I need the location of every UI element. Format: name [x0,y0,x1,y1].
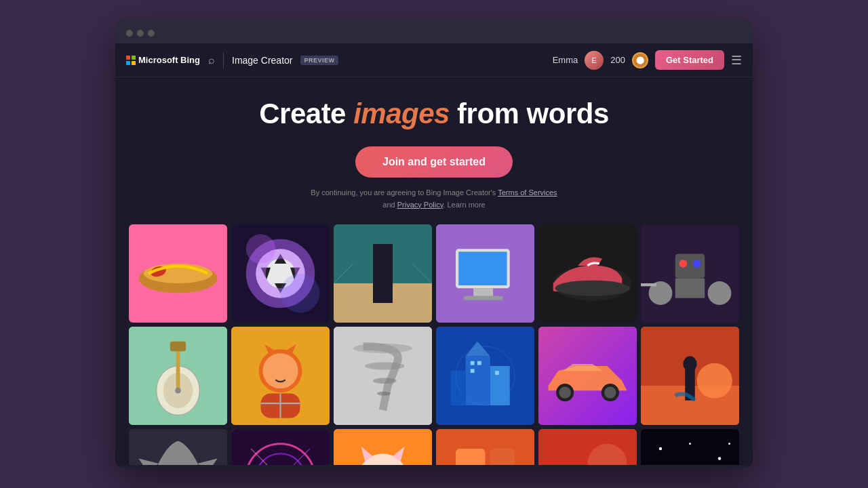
svg-point-27 [679,260,688,268]
user-name: Emma [553,55,578,65]
gallery-item-cat[interactable] [334,429,432,465]
svg-point-118 [689,443,691,445]
nav-separator [223,52,224,68]
browser-dot-2 [137,30,144,37]
brand-name: Microsoft Bing [138,55,200,65]
svg-point-38 [175,388,181,394]
svg-point-28 [693,260,701,268]
svg-rect-79 [231,429,330,465]
svg-point-69 [604,387,616,399]
gallery-item-shiba[interactable] [231,327,330,425]
svg-rect-61 [477,361,481,365]
title-part2: from words [450,98,609,129]
svg-point-54 [377,392,391,396]
join-button[interactable]: Join and get started [355,146,513,178]
svg-rect-20 [464,296,503,300]
svg-point-74 [683,357,696,372]
gallery-item-monolith[interactable] [334,224,432,323]
svg-point-41 [262,353,298,388]
terms-line1: By continuing, you are agreeing to Bing … [311,188,498,197]
gallery-item-city[interactable] [436,327,534,425]
navbar: Microsoft Bing ⌕ Image Creator PREVIEW E… [115,43,753,77]
coin-icon: ⬤ [632,52,648,68]
svg-point-10 [281,274,320,313]
svg-rect-19 [473,288,493,296]
browser-chrome [115,20,753,43]
browser-dot-1 [126,30,133,37]
svg-rect-13 [373,244,393,303]
svg-rect-60 [471,361,475,365]
svg-rect-102 [490,449,515,465]
terms-text: By continuing, you are agreeing to Bing … [129,187,739,211]
microsoft-icon [126,56,136,65]
hero-title: Create images from words [129,98,739,130]
svg-rect-57 [490,366,510,405]
privacy-policy-link[interactable]: Privacy Policy [397,201,443,209]
svg-point-24 [555,281,630,296]
get-started-button[interactable]: Get Started [655,50,724,70]
coins-count: 200 [610,55,625,65]
gallery-item-sneaker[interactable] [538,224,637,323]
search-icon[interactable]: ⌕ [208,54,215,66]
gallery-item-boxes[interactable] [436,429,534,465]
svg-point-52 [365,362,404,370]
svg-point-119 [718,458,721,460]
svg-rect-37 [170,342,186,352]
svg-rect-32 [641,283,656,286]
terms-of-service-link[interactable]: Terms of Services [498,188,557,197]
gallery [129,224,739,465]
gallery-item-helmet[interactable] [129,429,227,465]
svg-rect-101 [456,449,486,465]
gallery-item-robot[interactable] [641,224,739,323]
gallery-item-mars-robot[interactable] [538,429,637,465]
svg-rect-26 [675,254,705,279]
gallery-item-guitar[interactable] [129,327,227,425]
gallery-item-tornado[interactable] [334,327,432,425]
gallery-item-hotdog[interactable] [129,224,227,323]
gallery-item-neon[interactable] [231,429,330,465]
bing-logo[interactable]: Microsoft Bing [126,55,200,65]
svg-point-67 [559,387,570,399]
main-content: Create images from words Join and get st… [115,77,753,465]
gallery-item-desert-person[interactable] [641,327,739,425]
title-part1: Create [259,98,353,129]
browser-dot-3 [148,30,155,37]
terms-line2: and [382,201,397,209]
terms-line3: . Learn more [443,201,485,209]
svg-point-51 [353,344,412,354]
svg-point-31 [708,281,732,305]
title-highlight: images [353,98,450,129]
svg-point-72 [697,363,732,399]
gallery-item-computer[interactable] [436,224,534,323]
section-label: Image Creator [232,55,292,66]
nav-right: Emma E 200 ⬤ Get Started ☰ [553,50,742,70]
svg-point-53 [373,378,397,384]
svg-point-117 [659,447,662,450]
avatar: E [585,51,604,70]
svg-rect-63 [495,371,499,375]
gallery-item-soccer[interactable] [231,224,330,323]
preview-badge: PREVIEW [300,56,338,65]
gallery-item-space[interactable] [641,429,739,465]
svg-rect-62 [471,369,475,373]
hamburger-icon[interactable]: ☰ [731,53,742,68]
svg-rect-29 [675,279,705,298]
svg-point-122 [728,443,730,445]
svg-rect-116 [641,429,739,465]
browser-window: Microsoft Bing ⌕ Image Creator PREVIEW E… [115,20,753,468]
gallery-item-car[interactable] [538,327,637,425]
svg-point-9 [246,235,276,264]
svg-rect-21 [458,252,507,285]
